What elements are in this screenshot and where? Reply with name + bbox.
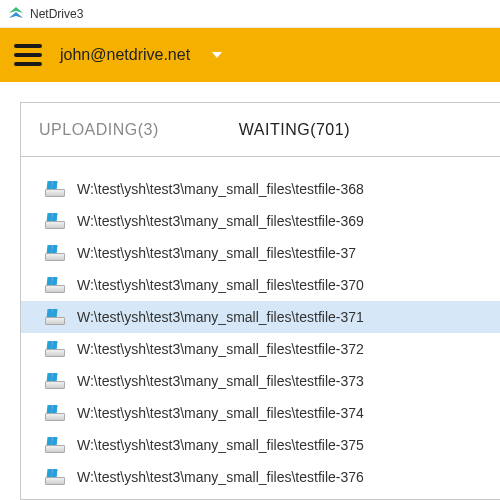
file-row[interactable]: W:\test\ysh\test3\many_small_files\testf…: [21, 397, 500, 429]
file-row[interactable]: W:\test\ysh\test3\many_small_files\testf…: [21, 173, 500, 205]
tab-uploading-label: UPLOADING(3): [39, 121, 159, 139]
drive-icon: [45, 405, 65, 421]
drive-icon: [45, 437, 65, 453]
drive-icon: [45, 373, 65, 389]
file-row[interactable]: W:\test\ysh\test3\many_small_files\testf…: [21, 365, 500, 397]
file-path: W:\test\ysh\test3\many_small_files\testf…: [77, 341, 364, 357]
drive-icon: [45, 469, 65, 485]
file-row[interactable]: W:\test\ysh\test3\many_small_files\testf…: [21, 461, 500, 493]
file-path: W:\test\ysh\test3\many_small_files\testf…: [77, 405, 364, 421]
app-header: john@netdrive.net: [0, 28, 500, 82]
tab-waiting[interactable]: WAITING(701): [199, 103, 390, 157]
content-area: UPLOADING(3) WAITING(701) W:\test\ysh\te…: [0, 82, 500, 500]
file-path: W:\test\ysh\test3\many_small_files\testf…: [77, 373, 364, 389]
queue-tabs: UPLOADING(3) WAITING(701): [21, 103, 500, 157]
file-list: W:\test\ysh\test3\many_small_files\testf…: [21, 157, 500, 493]
file-row[interactable]: W:\test\ysh\test3\many_small_files\testf…: [21, 237, 500, 269]
drive-icon: [45, 277, 65, 293]
file-path: W:\test\ysh\test3\many_small_files\testf…: [77, 469, 364, 485]
drive-icon: [45, 341, 65, 357]
file-path: W:\test\ysh\test3\many_small_files\testf…: [77, 245, 356, 261]
file-path: W:\test\ysh\test3\many_small_files\testf…: [77, 181, 364, 197]
file-row[interactable]: W:\test\ysh\test3\many_small_files\testf…: [21, 205, 500, 237]
file-path: W:\test\ysh\test3\many_small_files\testf…: [77, 277, 364, 293]
tab-uploading[interactable]: UPLOADING(3): [21, 103, 199, 157]
file-row[interactable]: W:\test\ysh\test3\many_small_files\testf…: [21, 333, 500, 365]
file-row[interactable]: W:\test\ysh\test3\many_small_files\testf…: [21, 301, 500, 333]
menu-button[interactable]: [14, 44, 42, 66]
app-logo-icon: [8, 6, 24, 22]
user-email[interactable]: john@netdrive.net: [60, 46, 190, 64]
file-row[interactable]: W:\test\ysh\test3\many_small_files\testf…: [21, 269, 500, 301]
window-titlebar: NetDrive3: [0, 0, 500, 28]
drive-icon: [45, 309, 65, 325]
drive-icon: [45, 181, 65, 197]
svg-marker-1: [9, 12, 23, 18]
account-dropdown-icon[interactable]: [212, 52, 222, 58]
tab-waiting-label: WAITING(701): [239, 121, 350, 139]
window-title: NetDrive3: [30, 7, 83, 21]
queue-panel: UPLOADING(3) WAITING(701) W:\test\ysh\te…: [20, 102, 500, 500]
drive-icon: [45, 245, 65, 261]
file-path: W:\test\ysh\test3\many_small_files\testf…: [77, 437, 364, 453]
drive-icon: [45, 213, 65, 229]
file-path: W:\test\ysh\test3\many_small_files\testf…: [77, 213, 364, 229]
file-path: W:\test\ysh\test3\many_small_files\testf…: [77, 309, 364, 325]
file-row[interactable]: W:\test\ysh\test3\many_small_files\testf…: [21, 429, 500, 461]
